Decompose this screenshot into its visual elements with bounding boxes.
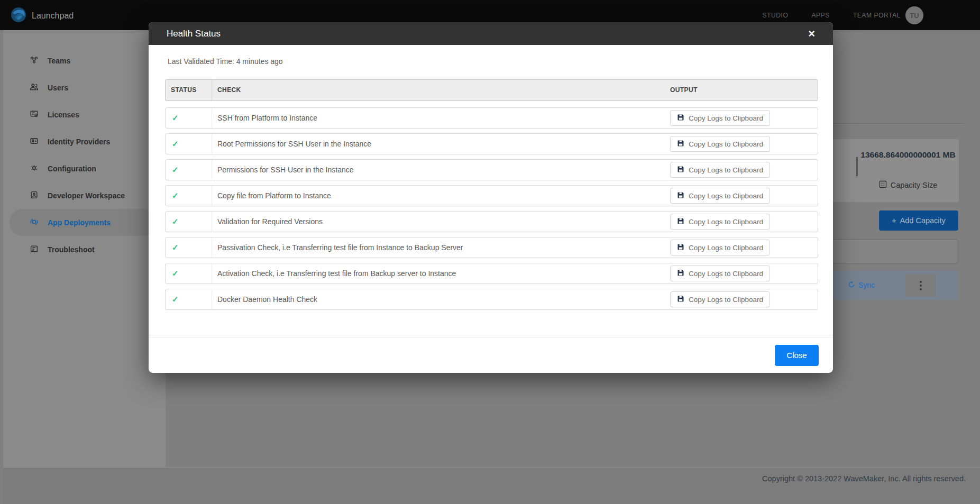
users-icon: [30, 83, 39, 93]
table-row: ✓ Passivation Check, i.e Transferring te…: [165, 237, 818, 258]
save-icon: [677, 243, 684, 252]
sidebar-item-label: Teams: [48, 57, 70, 65]
sidebar-item-label: Users: [48, 84, 68, 92]
modal-body: Last Validated Time: 4 minutes ago STATU…: [149, 57, 833, 310]
sidebar-item-troubleshoot[interactable]: Troubleshoot: [10, 236, 158, 263]
footer: Copyright © 2013-2022 WaveMaker, Inc. Al…: [3, 467, 980, 504]
check-pass-icon: ✓: [172, 113, 179, 123]
capacity-value: 13668.864000000001 MB: [860, 150, 956, 160]
save-icon: [677, 217, 684, 226]
copy-logs-label: Copy Logs to Clipboard: [689, 140, 763, 148]
column-header-output: OUTPUT: [670, 80, 818, 100]
check-pass-icon: ✓: [172, 191, 179, 200]
save-icon: [677, 114, 684, 123]
sidebar-item-label: Licenses: [48, 111, 79, 119]
check-pass-icon: ✓: [172, 139, 179, 149]
close-icon[interactable]: ×: [808, 28, 815, 40]
save-icon: [677, 295, 684, 304]
nav-apps[interactable]: APPS: [811, 12, 829, 19]
check-name: Permissions for SSH User in the Instance: [212, 160, 670, 180]
copy-logs-label: Copy Logs to Clipboard: [689, 270, 763, 278]
licenses-icon: [30, 109, 39, 120]
avatar[interactable]: TU: [905, 6, 923, 24]
sidebar-item-developer-workspace[interactable]: Developer Workspace: [10, 182, 158, 209]
row-menu-kebab-button[interactable]: [905, 274, 936, 297]
copy-logs-button[interactable]: Copy Logs to Clipboard: [670, 214, 770, 230]
sidebar-item-licenses[interactable]: Licenses: [10, 101, 158, 128]
save-icon: [677, 191, 684, 200]
sidebar-item-label: Troubleshoot: [48, 245, 95, 254]
sidebar-item-identity-providers[interactable]: Identity Providers: [10, 128, 158, 155]
copy-logs-button[interactable]: Copy Logs to Clipboard: [670, 265, 770, 281]
teams-icon: [30, 56, 39, 66]
check-pass-icon: ✓: [172, 165, 179, 175]
sync-link[interactable]: Sync: [848, 270, 875, 300]
wavemaker-logo-icon: [11, 7, 26, 25]
copy-logs-label: Copy Logs to Clipboard: [689, 218, 763, 226]
check-name: Validation for Required Versions: [212, 212, 670, 232]
close-button[interactable]: Close: [775, 345, 819, 366]
table-row: ✓ Root Permissions for SSH User in the I…: [165, 133, 818, 154]
sidebar-item-label: Configuration: [48, 164, 96, 173]
capacity-divider: [856, 157, 858, 176]
modal-title: Health Status: [167, 29, 221, 39]
check-name: Activation Check, i.e Transferring test …: [212, 263, 670, 283]
table-row: ✓ Docker Daemon Health Check Copy Logs t…: [165, 289, 818, 310]
copy-logs-button[interactable]: Copy Logs to Clipboard: [670, 162, 770, 178]
sidebar-item-users[interactable]: Users: [10, 74, 158, 101]
troubleshoot-icon: [30, 244, 39, 255]
add-capacity-label: Add Capacity: [900, 216, 946, 225]
copy-logs-label: Copy Logs to Clipboard: [689, 244, 763, 252]
plus-icon: +: [892, 216, 896, 225]
copy-logs-button[interactable]: Copy Logs to Clipboard: [670, 136, 770, 152]
copy-logs-label: Copy Logs to Clipboard: [689, 114, 763, 122]
check-name: Root Permissions for SSH User in the Ins…: [212, 134, 670, 154]
sidebar-item-teams[interactable]: Teams: [10, 47, 158, 74]
save-icon: [677, 166, 684, 175]
copy-logs-label: Copy Logs to Clipboard: [689, 166, 763, 174]
copy-logs-button[interactable]: Copy Logs to Clipboard: [670, 291, 770, 307]
save-icon: [677, 269, 684, 278]
capacity-card: 13668.864000000001 MB Capacity Size: [828, 139, 959, 202]
column-header-check: CHECK: [212, 80, 670, 100]
check-name: Passivation Check, i.e Transferring test…: [212, 237, 670, 258]
check-pass-icon: ✓: [172, 217, 179, 226]
sidebar-item-app-deployments[interactable]: App Deployments: [10, 209, 158, 236]
add-capacity-button[interactable]: + Add Capacity: [879, 210, 958, 231]
modal-footer: Close: [149, 337, 833, 373]
sidebar-item-label: Developer Workspace: [48, 191, 125, 200]
copy-logs-button[interactable]: Copy Logs to Clipboard: [670, 188, 770, 204]
sidebar-item-label: Identity Providers: [48, 138, 110, 146]
modal-header: Health Status ×: [149, 22, 833, 45]
check-name: Copy file from Platform to Instance: [212, 186, 670, 206]
column-header-status: STATUS: [166, 80, 212, 100]
capacity-grid-icon: [879, 180, 887, 190]
brand[interactable]: Launchpad: [11, 7, 74, 25]
capacity-caption: Capacity Size: [891, 181, 938, 189]
table-row: ✓ Validation for Required Versions Copy …: [165, 211, 818, 232]
table-row: ✓ Copy file from Platform to Instance Co…: [165, 185, 818, 206]
check-pass-icon: ✓: [172, 243, 179, 252]
copy-logs-button[interactable]: Copy Logs to Clipboard: [670, 240, 770, 255]
brand-label: Launchpad: [32, 11, 74, 21]
copy-logs-label: Copy Logs to Clipboard: [689, 296, 763, 304]
copyright-text: Copyright © 2013-2022 WaveMaker, Inc. Al…: [762, 474, 966, 483]
health-check-rows: ✓ SSH from Platform to Instance Copy Log…: [165, 107, 818, 310]
app-deployments-icon: [30, 217, 39, 228]
sync-icon: [848, 281, 855, 290]
screen: Launchpad STUDIO APPS TEAM PORTAL TU Tea…: [0, 0, 980, 504]
sidebar-item-configuration[interactable]: Configuration: [10, 155, 158, 182]
health-status-modal: Health Status × Last Validated Time: 4 m…: [149, 22, 833, 373]
copy-logs-label: Copy Logs to Clipboard: [689, 192, 763, 200]
sidebar: Teams Users Licenses Identity Providers …: [3, 30, 166, 468]
copy-logs-button[interactable]: Copy Logs to Clipboard: [670, 110, 770, 126]
check-name: SSH from Platform to Instance: [212, 108, 670, 128]
check-name: Docker Daemon Health Check: [212, 289, 670, 309]
table-row: ✓ Permissions for SSH User in the Instan…: [165, 159, 818, 180]
developer-workspace-icon: [30, 190, 39, 201]
sync-label: Sync: [858, 281, 875, 289]
check-pass-icon: ✓: [172, 295, 179, 304]
check-pass-icon: ✓: [172, 269, 179, 278]
nav-studio[interactable]: STUDIO: [762, 12, 788, 19]
nav-team-portal[interactable]: TEAM PORTAL: [853, 12, 901, 19]
